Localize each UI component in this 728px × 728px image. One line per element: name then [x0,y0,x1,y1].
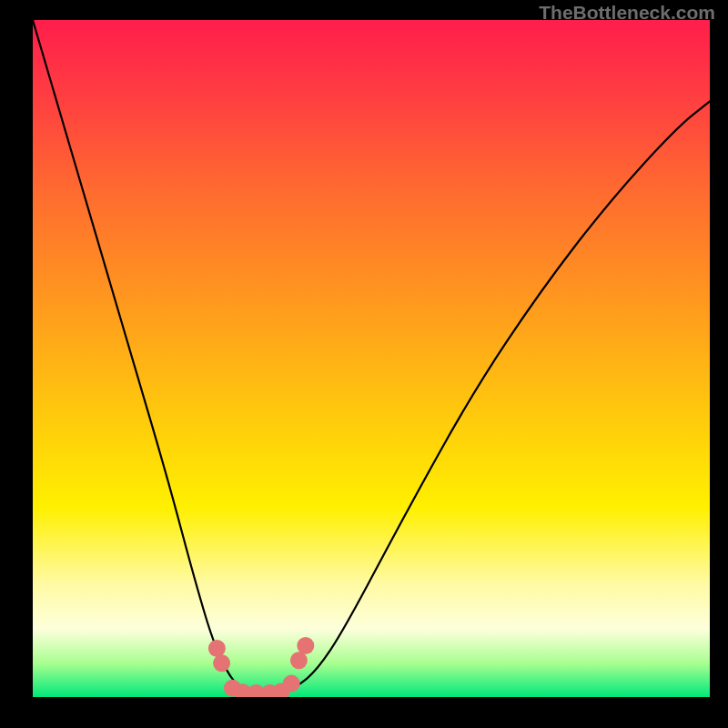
bottleneck-curve [33,20,710,693]
marker-group [208,637,314,697]
curve-layer [33,20,710,697]
watermark-text: TheBottleneck.com [539,2,715,24]
curve-marker [208,640,226,657]
curve-marker [213,654,230,672]
curve-group [33,20,710,693]
curve-marker [290,652,308,669]
curve-marker [283,675,300,693]
plot-area [33,20,710,697]
chart-root: TheBottleneck.com [0,0,728,728]
curve-marker [297,637,314,654]
